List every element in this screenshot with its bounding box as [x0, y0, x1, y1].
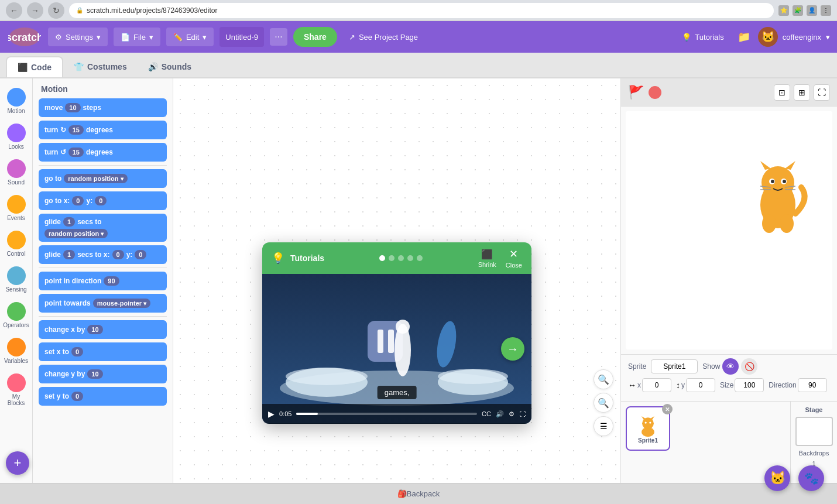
stage-mini[interactable]: [795, 417, 833, 446]
volume-icon[interactable]: 🔊: [496, 410, 504, 418]
normal-stage-btn[interactable]: ⊞: [794, 84, 810, 101]
file-menu[interactable]: 📄 File ▾: [114, 28, 160, 46]
block-glide-xy[interactable]: glide 1 secs to x: 0 y: 0: [39, 245, 167, 264]
y-input[interactable]: [686, 378, 715, 392]
sidebar-item-myblocks[interactable]: My Blocks: [2, 370, 31, 410]
size-input[interactable]: [735, 378, 764, 392]
block-goto-xy[interactable]: go to x: 0 y: 0: [39, 191, 167, 210]
sidebar-item-control[interactable]: Control: [2, 227, 31, 260]
see-project-button[interactable]: ↗ See Project Page: [343, 27, 424, 47]
block-gotoxy-x[interactable]: 0: [72, 196, 84, 205]
block-pointtowards-target[interactable]: mouse-pointer: [93, 299, 150, 308]
block-changex-val[interactable]: 10: [87, 325, 102, 334]
tab-sounds[interactable]: 🔊 Sounds: [138, 56, 202, 77]
edit-menu[interactable]: ✏️ Edit ▾: [166, 28, 214, 46]
forward-btn[interactable]: →: [27, 2, 43, 19]
block-point-dir[interactable]: point in direction 90: [39, 272, 167, 290]
project-name-text[interactable]: Untitled-9: [225, 33, 258, 42]
tutorial-dot-3[interactable]: [398, 255, 404, 261]
sidebar-item-variables[interactable]: Variables: [2, 334, 31, 368]
shrink-button[interactable]: ⬛ Shrink: [478, 249, 496, 268]
block-glidexy-x[interactable]: 0: [112, 250, 124, 259]
tutorial-dot-2[interactable]: [389, 255, 395, 261]
settings-icon[interactable]: ⚙: [509, 410, 514, 418]
tutorial-dot-4[interactable]: [407, 255, 413, 261]
fullscreen-icon[interactable]: ⛶: [519, 410, 526, 417]
block-turnl-val[interactable]: 15: [68, 148, 84, 157]
block-change-y[interactable]: change y by 10: [39, 365, 167, 383]
script-area[interactable]: 💡 Tutorials ⬛ Shrink: [173, 78, 620, 483]
user-menu[interactable]: 🐱 coffeenginx ▾: [758, 27, 830, 47]
play-button[interactable]: ▶: [268, 409, 275, 419]
share-button[interactable]: Share: [293, 27, 337, 47]
cc-icon[interactable]: CC: [482, 410, 491, 417]
block-setx-val[interactable]: 0: [71, 347, 83, 356]
sidebar-item-sensing[interactable]: Sensing: [2, 263, 31, 296]
block-change-x[interactable]: change x by 10: [39, 320, 167, 339]
small-stage-btn[interactable]: ⊡: [774, 84, 790, 101]
close-tutorial-button[interactable]: ✕ Close: [506, 248, 522, 269]
settings-menu[interactable]: ⚙ Settings ▾: [48, 28, 108, 46]
green-flag-btn[interactable]: 🚩: [628, 85, 644, 100]
block-turn-right[interactable]: turn ↻ 15 degrees: [39, 121, 167, 139]
sprite-delete-btn[interactable]: ✕: [662, 404, 673, 414]
extensions-icon[interactable]: 🧩: [793, 5, 803, 16]
sidebar-item-looks[interactable]: Looks: [2, 120, 31, 153]
block-goto-dropdown[interactable]: random position: [64, 174, 127, 183]
tab-costumes[interactable]: 👕 Costumes: [63, 56, 138, 77]
sprite-item-sprite1[interactable]: ✕ Sprite1: [626, 406, 670, 451]
project-options-btn[interactable]: ···: [270, 28, 287, 46]
add-extension-btn[interactable]: +: [6, 451, 29, 475]
tutorials-button[interactable]: 💡 Tutorials: [676, 27, 729, 47]
tab-code[interactable]: ⬛ Code: [6, 56, 63, 77]
fullscreen-btn[interactable]: ⛶: [814, 84, 830, 101]
block-pointdir-val[interactable]: 90: [104, 276, 119, 286]
back-btn[interactable]: ←: [6, 2, 22, 19]
block-move-steps[interactable]: 10: [65, 103, 80, 112]
add-sprite-btn[interactable]: 🐾: [798, 465, 824, 491]
bookmark-star-icon[interactable]: ⭐: [778, 5, 789, 16]
tutorial-dot-5[interactable]: [417, 255, 423, 261]
sidebar-item-operators[interactable]: Operators: [2, 299, 31, 332]
block-turnr-val[interactable]: 15: [68, 125, 84, 135]
stop-btn[interactable]: [649, 86, 661, 99]
block-turn-left[interactable]: turn ↺ 15 degrees: [39, 143, 167, 162]
block-glided-secs[interactable]: 1: [63, 217, 75, 227]
sidebar-item-motion[interactable]: Motion: [2, 84, 31, 118]
backpack-bar[interactable]: 🎒 Backpack: [0, 483, 837, 504]
direction-input[interactable]: [798, 378, 827, 392]
show-eye-btn[interactable]: 👁: [722, 358, 739, 375]
zoom-center-btn[interactable]: ☰: [594, 416, 613, 436]
block-set-x[interactable]: set x to 0: [39, 342, 167, 361]
block-sety-val[interactable]: 0: [71, 392, 83, 401]
block-glide-dropdown[interactable]: glide 1 secs to random position: [39, 214, 167, 242]
blocks-sidebar: Motion Looks Sound Events Control Sensin…: [0, 78, 33, 483]
progress-bar[interactable]: [296, 413, 477, 415]
tutorial-next-button[interactable]: →: [501, 337, 524, 361]
costumes-tab-label: Costumes: [87, 62, 127, 71]
zoom-in-btn[interactable]: 🔍: [594, 369, 613, 389]
block-move[interactable]: move 10 steps: [39, 98, 167, 117]
block-changey-val[interactable]: 10: [87, 369, 102, 379]
profile-icon[interactable]: 👤: [807, 5, 817, 16]
refresh-btn[interactable]: ↻: [48, 2, 64, 19]
sidebar-item-sound[interactable]: Sound: [2, 156, 31, 189]
my-stuff-btn[interactable]: 📁: [736, 29, 752, 45]
sidebar-item-events[interactable]: Events: [2, 191, 31, 225]
sprite-name-input[interactable]: [651, 359, 698, 373]
scratch-cat-ask-btn[interactable]: 🐱: [764, 465, 790, 491]
block-glidexy-y[interactable]: 0: [135, 250, 146, 259]
menu-icon[interactable]: ⋮: [821, 5, 831, 16]
block-gotoxy-y[interactable]: 0: [95, 196, 107, 205]
block-point-towards[interactable]: point towards mouse-pointer: [39, 294, 167, 313]
hide-eye-btn[interactable]: 🚫: [741, 358, 757, 375]
block-glided-target[interactable]: random position: [44, 229, 108, 238]
block-goto[interactable]: go to random position: [39, 169, 167, 188]
x-input[interactable]: [642, 378, 671, 392]
block-glidexy-secs[interactable]: 1: [63, 250, 75, 259]
scratch-logo[interactable]: scratch: [7, 26, 42, 48]
tutorial-dot-1[interactable]: [379, 255, 385, 261]
block-set-y[interactable]: set y to 0: [39, 387, 167, 406]
url-bar[interactable]: 🔒 scratch.mit.edu/projects/872463903/edi…: [69, 3, 774, 18]
zoom-out-btn[interactable]: 🔍: [594, 393, 613, 413]
